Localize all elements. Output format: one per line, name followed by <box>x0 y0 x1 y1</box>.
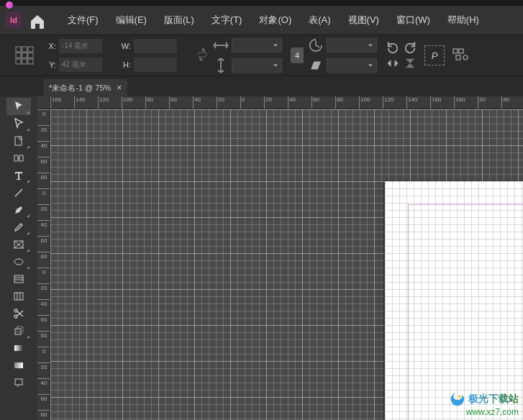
canvas-area[interactable]: 1601401201008060402002040608010012014016… <box>37 96 523 420</box>
constrain-link-icon[interactable] <box>197 47 207 63</box>
svg-rect-8 <box>28 59 33 64</box>
scale-x-dropdown[interactable] <box>232 38 282 52</box>
vertical-ruler[interactable]: 0204060800204060800204060800204060800 <box>37 109 50 420</box>
x-input[interactable] <box>59 39 102 53</box>
shear-dropdown[interactable] <box>327 58 377 73</box>
ruler-tick: 0 <box>240 96 245 109</box>
window-close-icon[interactable] <box>6 1 13 9</box>
ruler-tick: 80 <box>37 410 50 418</box>
menu-type[interactable]: 文字(T) <box>203 14 251 27</box>
ruler-origin[interactable] <box>37 96 50 109</box>
pasteboard[interactable]: 输入文字 <box>50 109 523 420</box>
ruler-tick: 40 <box>193 96 201 109</box>
menu-view[interactable]: 视图(V) <box>340 14 388 27</box>
y-input[interactable] <box>59 58 102 72</box>
x-label: X: <box>42 42 56 50</box>
ruler-tick: 60 <box>37 236 50 244</box>
ruler-tick: 0 <box>37 347 50 355</box>
type-tool[interactable] <box>6 167 31 184</box>
horizontal-ruler[interactable]: 1601401201008060402002040608010012014016… <box>50 96 523 109</box>
ruler-tick: 160 <box>430 96 441 109</box>
tab-close-icon[interactable]: × <box>117 83 122 93</box>
svg-rect-1 <box>22 47 27 52</box>
ruler-tick: 20 <box>37 125 50 133</box>
gradient-feather-tool[interactable] <box>6 357 31 374</box>
app-icon[interactable]: Id <box>6 12 22 28</box>
note-tool[interactable] <box>6 374 31 391</box>
horizontal-grid-tool[interactable] <box>6 270 31 288</box>
ruler-tick: 80 <box>335 96 343 109</box>
ruler-tick: 40 <box>37 220 50 228</box>
svg-rect-22 <box>14 345 23 351</box>
page[interactable]: 输入文字 <box>385 181 523 420</box>
menu-layout[interactable]: 版面(L) <box>155 14 203 27</box>
svg-point-15 <box>14 259 23 265</box>
control-bar: X: Y: W: H: 4 <box>0 35 523 76</box>
rectangle-frame-tool[interactable] <box>6 236 31 253</box>
rotate-angle-dropdown[interactable] <box>327 38 377 52</box>
document-tab-bar: *未命名-1 @ 75% × <box>0 76 523 96</box>
menu-help[interactable]: 帮助(H) <box>439 14 488 27</box>
document-tab[interactable]: *未命名-1 @ 75% × <box>43 79 127 96</box>
container-p-icon[interactable]: P <box>424 45 445 65</box>
ruler-tick: 20 <box>264 96 272 109</box>
watermark-brand: 极光下载站 <box>468 393 519 406</box>
ruler-tick: 60 <box>169 96 177 109</box>
ruler-tick: 40 <box>37 141 50 149</box>
line-tool[interactable] <box>6 184 31 201</box>
align-distribute-icon[interactable] <box>452 47 469 64</box>
flip-horizontal-icon[interactable] <box>386 57 400 70</box>
ellipse-tool[interactable] <box>6 253 31 270</box>
free-transform-tool[interactable] <box>6 322 31 339</box>
svg-rect-24 <box>14 362 23 368</box>
rotate-cw-icon[interactable] <box>403 42 417 55</box>
reference-point-icon[interactable] <box>14 45 35 65</box>
selection-tool[interactable] <box>6 98 31 115</box>
flip-vertical-icon[interactable] <box>403 57 417 70</box>
gap-tool[interactable] <box>6 150 31 167</box>
w-input[interactable] <box>134 39 177 53</box>
gradient-swatch-tool[interactable] <box>6 339 31 357</box>
h-label: H: <box>117 60 131 69</box>
scale-y-dropdown[interactable] <box>232 58 282 73</box>
pen-tool[interactable] <box>6 201 31 219</box>
svg-rect-10 <box>459 49 463 53</box>
position-group: X: Y: <box>42 39 102 72</box>
ruler-tick: 60 <box>311 96 319 109</box>
svg-rect-0 <box>16 47 21 52</box>
home-icon[interactable] <box>29 13 46 27</box>
h-input[interactable] <box>134 58 177 72</box>
ruler-tick: 40 <box>288 96 296 109</box>
workspace: 1601401201008060402002040608010012014016… <box>0 96 523 420</box>
transform-buttons <box>386 42 417 70</box>
toolbox <box>0 96 37 420</box>
percent-badge[interactable]: 4 <box>291 47 304 63</box>
scale-x-icon <box>213 37 229 53</box>
svg-point-18 <box>14 309 17 312</box>
svg-rect-6 <box>16 59 21 64</box>
shear-icon <box>308 58 324 73</box>
ruler-tick: 20 <box>217 96 224 109</box>
ruler-tick: 180 <box>454 96 465 109</box>
scale-group <box>213 37 282 73</box>
svg-rect-4 <box>22 53 27 58</box>
menu-file[interactable]: 文件(F) <box>59 14 107 27</box>
scissors-tool[interactable] <box>6 305 31 322</box>
page-tool[interactable] <box>6 132 31 150</box>
ruler-tick: 60 <box>37 157 50 165</box>
ruler-tick: 160 <box>50 96 61 109</box>
svg-rect-20 <box>15 329 21 334</box>
menu-window[interactable]: 窗口(W) <box>388 14 439 27</box>
svg-rect-11 <box>456 55 460 60</box>
direct-selection-tool[interactable] <box>6 115 31 132</box>
rotate-ccw-icon[interactable] <box>386 42 400 55</box>
vertical-grid-tool[interactable] <box>6 288 31 305</box>
menu-table[interactable]: 表(A) <box>300 14 339 27</box>
ruler-tick: 140 <box>406 96 417 109</box>
svg-rect-16 <box>14 275 23 283</box>
ruler-tick: 40 <box>37 299 50 307</box>
pencil-tool[interactable] <box>6 219 31 236</box>
menu-edit[interactable]: 编辑(E) <box>107 14 155 27</box>
menu-object[interactable]: 对象(O) <box>250 14 300 27</box>
w-label: W: <box>117 42 131 50</box>
